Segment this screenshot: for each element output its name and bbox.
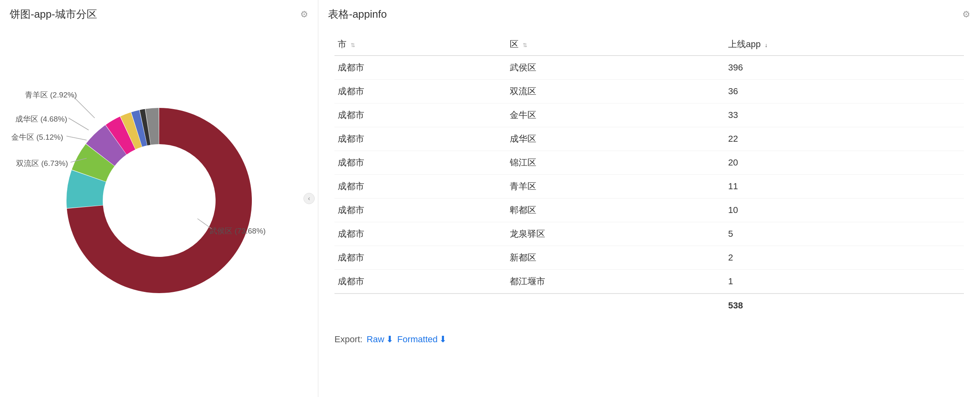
table-row: 成都市 成华区 22 — [334, 127, 964, 151]
left-gear-icon[interactable]: ⚙ — [300, 9, 308, 20]
sort-city-icon: ⇅ — [351, 42, 355, 48]
cell-district: 郫都区 — [507, 198, 725, 222]
cell-district: 双流区 — [507, 80, 725, 103]
total-label-1 — [334, 294, 507, 316]
table-row: 成都市 锦江区 20 — [334, 151, 964, 175]
table-row: 成都市 新都区 2 — [334, 246, 964, 270]
label-qingyang: 青羊区 (2.92%) — [25, 90, 77, 100]
table-row: 成都市 金牛区 33 — [334, 103, 964, 127]
donut-chart — [58, 100, 260, 301]
label-chenghua: 成华区 (4.68%) — [15, 114, 67, 124]
col-count[interactable]: 上线app ↓ — [725, 33, 964, 56]
export-label: Export: — [334, 334, 363, 345]
cell-city: 成都市 — [334, 270, 507, 294]
cell-count: 2 — [725, 246, 964, 270]
right-panel-header: 表格-appinfo ⚙ — [318, 0, 980, 25]
cell-count: 396 — [725, 56, 964, 80]
table-row: 成都市 青羊区 11 — [334, 175, 964, 198]
export-raw-link[interactable]: Raw ⬇ — [367, 334, 393, 345]
left-panel: 饼图-app-城市分区 ⚙ 青羊区 (2.92%) 成华区 (4.68%) 金牛… — [0, 0, 318, 397]
cell-district: 锦江区 — [507, 151, 725, 175]
cell-city: 成都市 — [334, 80, 507, 103]
cell-count: 36 — [725, 80, 964, 103]
cell-count: 22 — [725, 127, 964, 151]
total-row: 538 — [334, 294, 964, 316]
cell-city: 成都市 — [334, 56, 507, 80]
col-district[interactable]: 区 ⇅ — [507, 33, 725, 56]
table-content: 市 ⇅ 区 ⇅ 上线app ↓ 成都市 武侯区 396 — [318, 25, 980, 325]
cell-city: 成都市 — [334, 151, 507, 175]
cell-district: 新都区 — [507, 246, 725, 270]
cell-count: 11 — [725, 175, 964, 198]
cell-district: 龙泉驿区 — [507, 222, 725, 246]
download-icon: ⬇ — [386, 334, 393, 345]
sort-district-icon: ⇅ — [523, 42, 527, 48]
download-icon-2: ⬇ — [439, 334, 446, 345]
label-shuangliu: 双流区 (6.73%) — [16, 158, 68, 169]
table-row: 成都市 武侯区 396 — [334, 56, 964, 80]
table-row: 成都市 郫都区 10 — [334, 198, 964, 222]
cell-city: 成都市 — [334, 222, 507, 246]
total-value: 538 — [725, 294, 964, 316]
cell-city: 成都市 — [334, 246, 507, 270]
cell-count: 5 — [725, 222, 964, 246]
cell-count: 20 — [725, 151, 964, 175]
left-panel-title: 饼图-app-城市分区 — [10, 7, 97, 21]
cell-district: 都江堰市 — [507, 270, 725, 294]
left-panel-header: 饼图-app-城市分区 ⚙ — [0, 0, 318, 25]
cell-city: 成都市 — [334, 103, 507, 127]
cell-city: 成都市 — [334, 175, 507, 198]
cell-city: 成都市 — [334, 127, 507, 151]
total-label-2 — [507, 294, 725, 316]
cell-count: 1 — [725, 270, 964, 294]
table-row: 成都市 都江堰市 1 — [334, 270, 964, 294]
export-formatted-link[interactable]: Formatted ⬇ — [397, 334, 446, 345]
table-body: 成都市 武侯区 396 成都市 双流区 36 成都市 金牛区 33 成都市 成华… — [334, 56, 964, 316]
cell-district: 青羊区 — [507, 175, 725, 198]
cell-count: 10 — [725, 198, 964, 222]
cell-count: 33 — [725, 103, 964, 127]
table-row: 成都市 双流区 36 — [334, 80, 964, 103]
sort-count-icon: ↓ — [765, 42, 768, 48]
col-city[interactable]: 市 ⇅ — [334, 33, 507, 56]
cell-district: 金牛区 — [507, 103, 725, 127]
chart-area: 青羊区 (2.92%) 成华区 (4.68%) 金牛区 (5.12%) 双流区 … — [0, 25, 318, 376]
cell-district: 成华区 — [507, 127, 725, 151]
data-table: 市 ⇅ 区 ⇅ 上线app ↓ 成都市 武侯区 396 — [334, 33, 964, 316]
table-row: 成都市 龙泉驿区 5 — [334, 222, 964, 246]
label-wuhou: 武侯区 (73.68%) — [210, 226, 266, 236]
table-header-row: 市 ⇅ 区 ⇅ 上线app ↓ — [334, 33, 964, 56]
label-jinniu: 金牛区 (5.12%) — [11, 132, 63, 143]
right-gear-icon[interactable]: ⚙ — [962, 9, 970, 20]
right-panel: 表格-appinfo ⚙ 市 ⇅ 区 ⇅ 上线app ↓ — [318, 0, 980, 397]
right-panel-title: 表格-appinfo — [328, 7, 387, 21]
cell-city: 成都市 — [334, 198, 507, 222]
export-area: Export: Raw ⬇ Formatted ⬇ — [318, 325, 980, 354]
collapse-button[interactable]: ‹ — [303, 193, 315, 204]
cell-district: 武侯区 — [507, 56, 725, 80]
